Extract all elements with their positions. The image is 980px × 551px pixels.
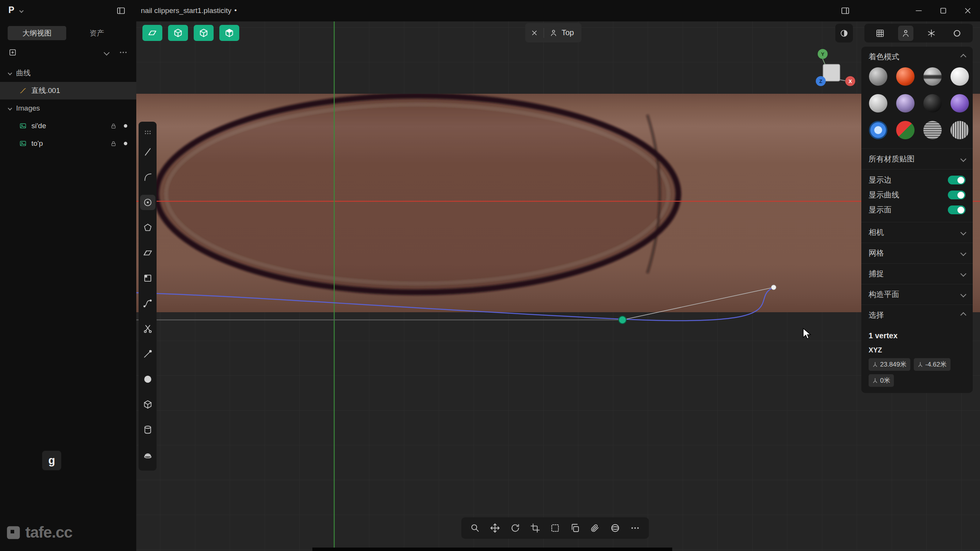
- search-icon[interactable]: [470, 523, 480, 533]
- shading-header-label: 着色模式: [869, 52, 899, 62]
- matcap-black[interactable]: [923, 94, 942, 112]
- reference-image-side: [136, 94, 980, 312]
- toggle-row-show-faces: 显示面: [869, 202, 965, 217]
- materials-section-header[interactable]: 所有材质贴图: [861, 148, 973, 169]
- view-label[interactable]: Top: [544, 28, 581, 37]
- gizmo-x-label: X: [849, 78, 852, 84]
- matcap-blue-ring[interactable]: [869, 121, 887, 139]
- arc-icon: [143, 172, 153, 182]
- visibility-dot-icon[interactable]: [122, 123, 129, 129]
- maximize-button[interactable]: [931, 0, 956, 21]
- matcap-silver[interactable]: [869, 94, 887, 112]
- matcap-band[interactable]: [923, 67, 942, 86]
- sync-icon[interactable]: [510, 523, 520, 533]
- collapse-all-chevron-icon[interactable]: [104, 49, 110, 55]
- coord-x-chip[interactable]: 23.849米: [869, 358, 910, 371]
- construction-plane-section-header[interactable]: 构造平面: [861, 284, 973, 305]
- matcap-v-stripes[interactable]: [951, 121, 969, 139]
- pattern-mode-button[interactable]: [924, 26, 939, 41]
- matcap-red[interactable]: [896, 67, 915, 86]
- box-solid-tool[interactable]: [139, 392, 157, 417]
- close-view-button[interactable]: [525, 29, 544, 37]
- new-group-icon[interactable]: [8, 48, 17, 57]
- show-curves-toggle[interactable]: [948, 191, 965, 199]
- matcap-white[interactable]: [951, 67, 969, 86]
- iso-box-tool-button[interactable]: [219, 25, 239, 41]
- iso-box-icon: [224, 28, 234, 38]
- ring-mode-button[interactable]: [949, 26, 965, 41]
- spline-icon: [143, 298, 153, 308]
- trim-tool[interactable]: [139, 316, 157, 341]
- gizmo-z-label: Z: [819, 78, 822, 84]
- tree-group-curves[interactable]: 曲线: [0, 64, 136, 82]
- lock-icon[interactable]: [110, 122, 117, 130]
- tree-group-images[interactable]: Images: [0, 99, 136, 117]
- move-icon[interactable]: [490, 523, 500, 533]
- matcap-red-green[interactable]: [896, 121, 915, 139]
- matcap-purple[interactable]: [951, 94, 969, 112]
- left-panel-toggle-icon[interactable]: [116, 6, 126, 15]
- arc-tool[interactable]: [139, 165, 157, 190]
- gizmo-plane[interactable]: [823, 64, 840, 81]
- coord-z-chip[interactable]: 0米: [869, 374, 894, 387]
- snap-section-header[interactable]: 捕捉: [861, 263, 973, 284]
- line-tool[interactable]: [139, 139, 157, 165]
- modified-indicator: ●: [234, 8, 237, 12]
- axis-icon: [872, 378, 878, 383]
- chevron-up-icon: [960, 54, 967, 60]
- coord-y-chip[interactable]: -4.62米: [914, 358, 951, 371]
- theme-toggle-button[interactable]: [835, 24, 853, 42]
- box-arrow-tool-button[interactable]: [168, 25, 188, 41]
- tab-assets[interactable]: 资产: [73, 26, 121, 40]
- chevron-down-icon: [8, 106, 12, 110]
- minimize-button[interactable]: [906, 0, 931, 21]
- figure-icon: [901, 29, 910, 38]
- frame-icon[interactable]: [550, 523, 560, 533]
- toolbar-drag-handle[interactable]: [139, 126, 157, 139]
- sheet-tool[interactable]: [139, 240, 157, 266]
- plane-tool-button[interactable]: [142, 25, 162, 41]
- coord-z-value: 0米: [880, 376, 890, 385]
- coord-y-value: -4.62米: [925, 360, 947, 369]
- tab-outline[interactable]: 大纲视图: [8, 26, 66, 40]
- tangent-tool[interactable]: [139, 341, 157, 367]
- tree-item-line001[interactable]: 直线.001: [0, 82, 136, 99]
- orientation-gizmo[interactable]: Y Z X: [811, 45, 861, 88]
- show-faces-toggle[interactable]: [948, 205, 965, 214]
- scissors-icon: [143, 324, 153, 334]
- circle-tool[interactable]: [139, 190, 157, 215]
- more-icon[interactable]: [630, 523, 640, 533]
- tree-item-side[interactable]: si'de: [0, 117, 136, 135]
- close-button[interactable]: [956, 0, 980, 21]
- grid-mode-button[interactable]: [872, 26, 888, 41]
- outliner-more-icon[interactable]: [119, 48, 128, 57]
- matcap-gray[interactable]: [869, 67, 887, 86]
- figure-icon: [549, 29, 558, 37]
- dome-tool[interactable]: [139, 442, 157, 468]
- shading-section-header[interactable]: 着色模式: [861, 47, 973, 67]
- visibility-dot-icon[interactable]: [122, 140, 129, 147]
- app-menu-button[interactable]: P: [8, 5, 14, 15]
- rectangle-tool[interactable]: [139, 266, 157, 291]
- sphere-tool[interactable]: [139, 367, 157, 392]
- show-edges-toggle[interactable]: [948, 176, 965, 184]
- matcap-h-stripes[interactable]: [923, 121, 942, 139]
- figure-mode-button[interactable]: [898, 26, 913, 41]
- duplicate-icon[interactable]: [570, 523, 580, 533]
- matcap-violet-swirl[interactable]: [896, 94, 915, 112]
- box-tool-button[interactable]: [194, 25, 214, 41]
- tree-item-top[interactable]: to'p: [0, 135, 136, 152]
- lock-icon[interactable]: [110, 140, 117, 147]
- camera-section-header[interactable]: 相机: [861, 222, 973, 243]
- toggle-label: 显示面: [869, 205, 892, 215]
- polygon-tool[interactable]: [139, 215, 157, 240]
- spline-tool[interactable]: [139, 291, 157, 316]
- quick-toolbar: [142, 25, 239, 41]
- right-panel-toggle-icon[interactable]: [841, 6, 850, 15]
- cylinder-tool[interactable]: [139, 417, 157, 442]
- selection-section-header[interactable]: 选择: [861, 305, 973, 325]
- grid-section-header[interactable]: 网格: [861, 243, 973, 263]
- render-icon[interactable]: [610, 523, 620, 533]
- attach-icon[interactable]: [590, 523, 600, 533]
- crop-icon[interactable]: [530, 523, 540, 533]
